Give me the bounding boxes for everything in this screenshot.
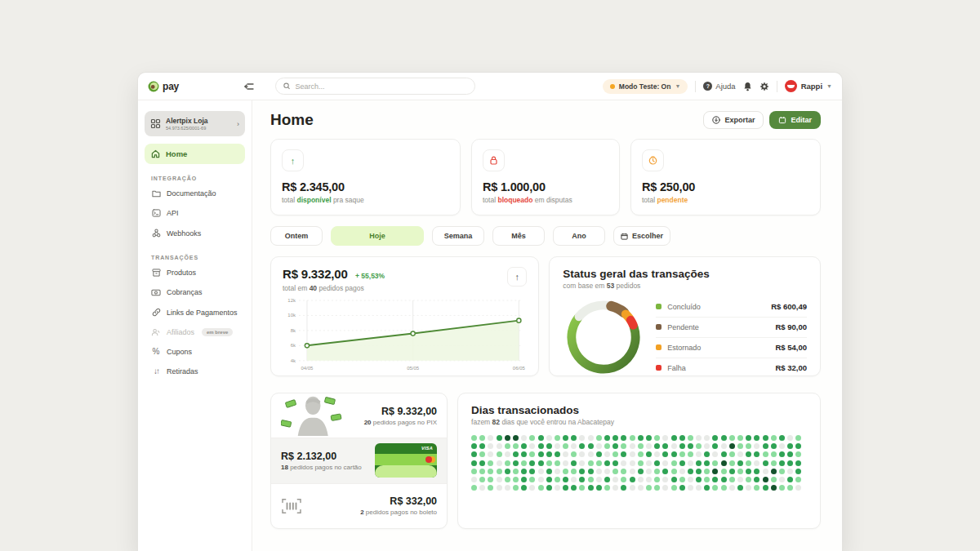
sidebar-item-documentacao[interactable]: Documentação: [145, 184, 245, 203]
heatmap-dot: [662, 460, 668, 466]
heatmap-dot: [646, 460, 652, 466]
heatmap-dot: [662, 469, 668, 474]
sidebar-item-links-pagamentos[interactable]: Links de Pagamentos: [145, 302, 245, 322]
svg-text:12k: 12k: [287, 298, 296, 303]
heatmap-dot: [787, 485, 793, 491]
heatmap-dot: [654, 469, 660, 474]
notifications-button[interactable]: [743, 82, 752, 91]
heatmap-dot: [779, 477, 785, 482]
brand-name: pay: [163, 81, 179, 92]
search-input[interactable]: [295, 82, 467, 91]
sidebar-item-api[interactable]: API: [145, 203, 245, 223]
heatmap-dot: [596, 443, 602, 449]
card-amount: R$ 2.132,00: [281, 451, 362, 462]
expand-chart-button[interactable]: ↑: [507, 267, 527, 287]
tab-hoje[interactable]: Hoje: [331, 226, 424, 246]
heatmap-dot: [521, 469, 527, 474]
heatmap-dot: [638, 460, 644, 466]
tab-semana[interactable]: Semana: [432, 226, 484, 246]
heatmap-dot: [688, 477, 693, 482]
heatmap-dot: [513, 443, 519, 449]
help-button[interactable]: ? Ajuda: [703, 82, 735, 91]
page-title: Home: [270, 111, 314, 129]
heatmap-dot: [563, 460, 568, 466]
heatmap-dot: [696, 443, 702, 449]
heatmap-dot: [529, 485, 535, 491]
donut-segment-concluido: [572, 318, 635, 369]
test-mode-toggle[interactable]: Modo Teste: On ▼: [603, 79, 688, 94]
heatmap-dot: [654, 435, 660, 441]
tab-ano[interactable]: Ano: [553, 226, 605, 246]
store-id: 54.973.625/0001-69: [166, 126, 232, 131]
svg-text:10k: 10k: [287, 313, 296, 318]
brand-logo: pay: [148, 81, 179, 92]
heatmap-dot: [779, 435, 785, 441]
heatmap-dot: [546, 460, 552, 466]
heatmap-dot: [763, 451, 768, 457]
legend-row-concluido: Concluído R$ 600,49: [656, 297, 807, 317]
heatmap-dot: [588, 469, 594, 474]
heatmap-dot: [646, 435, 652, 441]
sidebar-item-cobrancas[interactable]: Cobranças: [145, 282, 245, 302]
heatmap-dot: [521, 485, 527, 491]
heatmap-dot: [779, 451, 785, 457]
settings-button[interactable]: [760, 82, 769, 91]
heatmap-dot: [746, 435, 751, 441]
sidebar-item-afiliados[interactable]: Afiliados em breve: [145, 322, 245, 342]
heatmap-dot: [488, 451, 493, 457]
store-selector[interactable]: Alertpix Loja 54.973.625/0001-69 ›: [145, 111, 245, 136]
legend-row-falha: Falha R$ 32,00: [656, 358, 807, 378]
sidebar-item-home[interactable]: Home: [145, 144, 245, 164]
sidebar-item-retiradas[interactable]: ↓↑ Retiradas: [145, 362, 245, 381]
status-legend: Concluído R$ 600,49 Pendente R$ 90,00 Es…: [656, 297, 807, 378]
sidebar: Alertpix Loja 54.973.625/0001-69 › Home …: [138, 100, 252, 551]
tab-ontem[interactable]: Ontem: [270, 226, 323, 246]
search-bar[interactable]: [275, 78, 475, 95]
heatmap-dot: [662, 477, 668, 482]
heatmap-dot: [471, 435, 477, 441]
heatmap-dot: [505, 460, 510, 466]
heatmap-dot: [604, 477, 610, 482]
heatmap-dot: [563, 469, 568, 474]
sidebar-collapse-icon[interactable]: [244, 82, 254, 91]
heatmap-dot: [729, 460, 735, 466]
heatmap-dot: [787, 460, 793, 466]
heatmap-dot: [538, 451, 544, 457]
heatmap-dot: [471, 469, 477, 474]
heatmap-dot: [546, 469, 552, 474]
heatmap-dot: [546, 451, 552, 457]
heatmap-dot: [596, 477, 602, 482]
store-meta: Alertpix Loja 54.973.625/0001-69: [166, 117, 232, 131]
profile-menu[interactable]: Rappi ▼: [785, 80, 832, 92]
stat-card-pending: R$ 250,00 total pendente: [630, 139, 821, 216]
heatmap-dot: [638, 485, 644, 491]
date-picker-button[interactable]: Escolher: [613, 226, 670, 246]
heatmap-dot: [479, 443, 485, 449]
avocado-icon: [148, 81, 159, 92]
heatmap-dot: [737, 435, 743, 441]
heatmap-dot: [654, 477, 660, 482]
edit-button[interactable]: Editar: [769, 111, 821, 129]
sidebar-item-label: Retiradas: [167, 367, 198, 375]
tab-mes[interactable]: Mês: [492, 226, 545, 246]
heatmap-dot: [529, 435, 535, 441]
chevron-down-icon: ▼: [675, 83, 680, 89]
heatmap-dot: [555, 469, 560, 474]
heatmap-dot: [704, 469, 710, 474]
heatmap-dot: [712, 443, 718, 449]
export-button[interactable]: Exportar: [703, 111, 764, 129]
heatmap-dot: [505, 485, 510, 491]
heatmap-dot: [746, 451, 751, 457]
chevron-down-icon: ▼: [826, 83, 832, 89]
legend-row-pendente: Pendente R$ 90,00: [656, 317, 807, 337]
sidebar-item-webhooks[interactable]: Webhooks: [145, 223, 245, 243]
sidebar-item-cupons[interactable]: % Cupons: [145, 342, 245, 362]
heatmap-dot: [795, 469, 801, 474]
heatmap-dot: [579, 460, 585, 466]
heatmap-dot: [479, 469, 485, 474]
sidebar-item-produtos[interactable]: Produtos: [145, 263, 245, 282]
heatmap-dot: [555, 485, 560, 491]
svg-text:4k: 4k: [291, 358, 296, 363]
chevron-right-icon: ›: [237, 120, 239, 128]
main-content: Home Exportar Editar: [252, 100, 842, 551]
